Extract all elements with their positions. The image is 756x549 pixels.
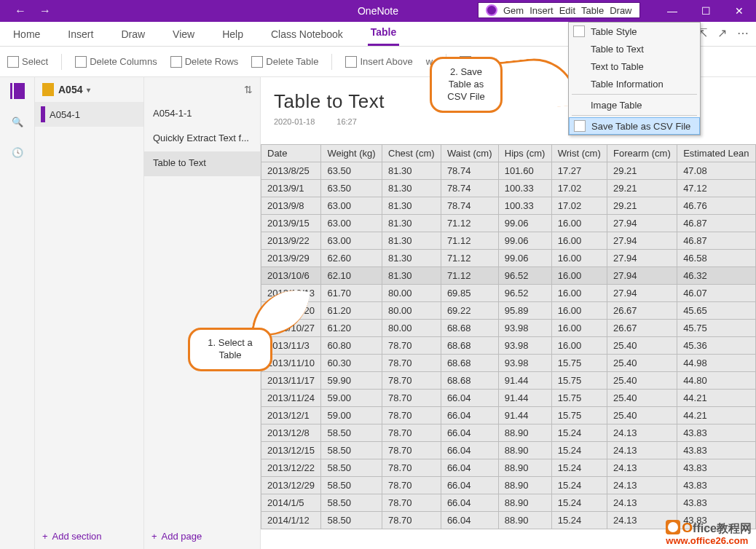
table-cell[interactable]: 58.50 [321, 477, 382, 494]
table-cell[interactable]: 93.98 [498, 355, 551, 372]
table-cell[interactable]: 16.00 [551, 267, 607, 285]
table-cell[interactable]: 66.04 [441, 442, 498, 459]
table-cell[interactable]: 81.30 [382, 250, 441, 267]
gem-menu-insert[interactable]: Insert [529, 5, 554, 16]
table-cell[interactable]: 69.85 [441, 285, 498, 302]
table-cell[interactable]: 80.00 [382, 320, 441, 337]
table-cell[interactable]: 69.22 [441, 302, 498, 320]
back-icon[interactable]: ← [15, 4, 26, 17]
table-cell[interactable]: 46.32 [677, 267, 756, 285]
table-cell[interactable]: 44.98 [677, 355, 756, 372]
table-cell[interactable]: 24.13 [607, 424, 677, 442]
table-row[interactable]: 2013/9/2263.0081.3071.1299.0616.0027.944… [261, 232, 756, 250]
table-cell[interactable]: 43.83 [677, 494, 756, 512]
table-cell[interactable]: 25.40 [607, 390, 677, 407]
maximize-button[interactable]: ☐ [689, 0, 722, 22]
table-cell[interactable]: 80.00 [382, 302, 441, 320]
gem-menu-edit[interactable]: Edit [559, 5, 575, 16]
select-button[interactable]: Select [7, 56, 48, 68]
delete-rows-button[interactable]: Delete Rows [170, 56, 239, 68]
table-cell[interactable]: 78.70 [382, 512, 441, 529]
data-table[interactable]: DateWeight (kg)Chest (cm)Waist (cm)Hips … [261, 144, 756, 529]
minimize-button[interactable]: — [655, 0, 689, 22]
table-cell[interactable]: 81.30 [382, 215, 441, 232]
more-icon[interactable]: ⋯ [737, 26, 749, 40]
table-cell[interactable]: 66.04 [441, 407, 498, 424]
table-header[interactable]: Wrist (cm) [551, 145, 607, 162]
table-cell[interactable]: 17.02 [551, 197, 607, 215]
table-cell[interactable]: 46.58 [677, 250, 756, 267]
table-header[interactable]: Forearm (cm) [607, 145, 677, 162]
table-cell[interactable]: 101.60 [498, 162, 551, 180]
table-cell[interactable]: 66.04 [441, 390, 498, 407]
table-cell[interactable]: 66.04 [441, 477, 498, 494]
table-cell[interactable]: 91.44 [498, 372, 551, 390]
table-cell[interactable]: 78.70 [382, 459, 441, 477]
table-row[interactable]: 2014/1/558.5078.7066.0488.9015.2424.1343… [261, 494, 756, 512]
table-cell[interactable]: 46.87 [677, 232, 756, 250]
menu-table-style[interactable]: Table Style [569, 23, 700, 40]
table-cell[interactable]: 15.75 [551, 390, 607, 407]
table-cell[interactable]: 15.24 [551, 442, 607, 459]
gem-menu-table[interactable]: Table [581, 5, 604, 16]
table-cell[interactable]: 27.94 [607, 250, 677, 267]
table-row[interactable]: 2013/9/2962.6081.3071.1299.0616.0027.944… [261, 250, 756, 267]
table-cell[interactable]: 47.12 [677, 180, 756, 197]
table-cell[interactable]: 88.90 [498, 424, 551, 442]
table-row[interactable]: 2013/9/1563.0081.3071.1299.0616.0027.944… [261, 215, 756, 232]
tab-home[interactable]: Home [10, 24, 43, 46]
table-cell[interactable]: 63.50 [321, 162, 382, 180]
table-cell[interactable]: 78.70 [382, 407, 441, 424]
delete-table-button[interactable]: Delete Table [251, 56, 318, 68]
table-cell[interactable]: 27.94 [607, 267, 677, 285]
fullscreen-icon[interactable]: ↗ [717, 26, 727, 40]
table-cell[interactable]: 63.50 [321, 180, 382, 197]
table-cell[interactable]: 66.04 [441, 459, 498, 477]
table-cell[interactable]: 2013/9/1 [261, 180, 321, 197]
add-section-button[interactable]: +Add section [35, 524, 143, 549]
table-cell[interactable]: 15.24 [551, 459, 607, 477]
table-cell[interactable]: 71.12 [441, 250, 498, 267]
tab-table[interactable]: Table [368, 22, 400, 46]
table-header[interactable]: Hips (cm) [498, 145, 551, 162]
table-row[interactable]: 2013/12/858.5078.7066.0488.9015.2424.134… [261, 424, 756, 442]
table-cell[interactable]: 81.30 [382, 162, 441, 180]
table-cell[interactable]: 43.83 [677, 459, 756, 477]
table-cell[interactable]: 15.24 [551, 512, 607, 529]
table-cell[interactable]: 27.94 [607, 215, 677, 232]
table-cell[interactable]: 91.44 [498, 407, 551, 424]
table-cell[interactable]: 61.70 [321, 285, 382, 302]
table-cell[interactable]: 71.12 [441, 215, 498, 232]
table-row[interactable]: 2013/10/2761.2080.0068.6893.9816.0026.67… [261, 320, 756, 337]
table-cell[interactable]: 100.33 [498, 197, 551, 215]
table-cell[interactable]: 78.70 [382, 442, 441, 459]
table-cell[interactable]: 81.30 [382, 197, 441, 215]
table-cell[interactable]: 91.44 [498, 390, 551, 407]
table-cell[interactable]: 60.30 [321, 355, 382, 372]
table-cell[interactable]: 15.24 [551, 424, 607, 442]
table-cell[interactable]: 60.80 [321, 337, 382, 355]
table-cell[interactable]: 78.70 [382, 355, 441, 372]
table-cell[interactable]: 43.83 [677, 424, 756, 442]
table-cell[interactable]: 68.68 [441, 372, 498, 390]
table-cell[interactable]: 43.83 [677, 477, 756, 494]
table-row[interactable]: 2013/9/163.5081.3078.74100.3317.0229.214… [261, 180, 756, 197]
menu-image-table[interactable]: Image Table [569, 96, 700, 114]
table-cell[interactable]: 62.60 [321, 250, 382, 267]
table-cell[interactable]: 15.75 [551, 407, 607, 424]
menu-save-csv[interactable]: Save Table as CSV File [569, 117, 700, 135]
table-cell[interactable]: 16.00 [551, 320, 607, 337]
table-cell[interactable]: 45.65 [677, 302, 756, 320]
table-header[interactable]: Chest (cm) [382, 145, 441, 162]
table-cell[interactable]: 2013/9/15 [261, 215, 321, 232]
table-cell[interactable]: 81.30 [382, 232, 441, 250]
table-row[interactable]: 2013/11/360.8078.7068.6893.9816.0025.404… [261, 337, 756, 355]
table-cell[interactable]: 58.50 [321, 494, 382, 512]
table-cell[interactable]: 59.90 [321, 372, 382, 390]
table-cell[interactable]: 80.00 [382, 285, 441, 302]
table-cell[interactable]: 71.12 [441, 232, 498, 250]
table-cell[interactable]: 15.24 [551, 477, 607, 494]
table-cell[interactable]: 2013/12/22 [261, 459, 321, 477]
table-cell[interactable]: 16.00 [551, 302, 607, 320]
table-cell[interactable]: 78.70 [382, 390, 441, 407]
